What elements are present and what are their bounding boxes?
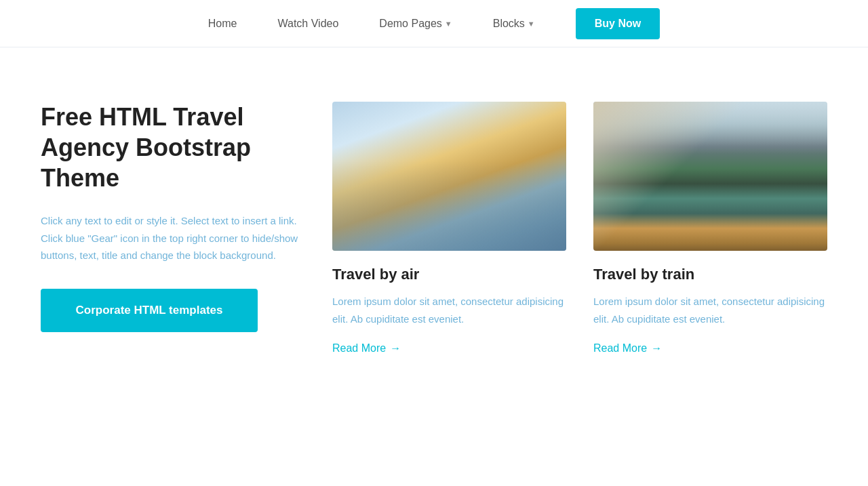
nav-demo-pages[interactable]: Demo Pages ▼: [379, 18, 452, 30]
card-air-read-more[interactable]: Read More →: [332, 342, 566, 355]
buy-now-button[interactable]: Buy Now: [576, 8, 660, 39]
arrow-icon: →: [390, 342, 401, 355]
content-grid: Free HTML Travel Agency Bootstrap Theme …: [41, 102, 827, 355]
nav-home[interactable]: Home: [208, 18, 237, 30]
card-air-title: Travel by air: [332, 266, 566, 283]
blocks-dropdown-icon: ▼: [528, 20, 535, 28]
main-content: Free HTML Travel Agency Bootstrap Theme …: [0, 47, 868, 486]
plane-illustration: [332, 102, 566, 251]
card-train-text: Lorem ipsum dolor sit amet, consectetur …: [593, 293, 827, 327]
card-air-image: [332, 102, 566, 251]
demo-pages-dropdown-icon: ▼: [445, 20, 452, 28]
card-air: Travel by air Lorem ipsum dolor sit amet…: [332, 102, 566, 355]
card-train-title: Travel by train: [593, 266, 827, 283]
card-train-read-more[interactable]: Read More →: [593, 342, 827, 355]
card-train-image: [593, 102, 827, 251]
left-column: Free HTML Travel Agency Bootstrap Theme …: [41, 102, 305, 355]
arrow-icon: →: [651, 342, 662, 355]
page-title: Free HTML Travel Agency Bootstrap Theme: [41, 102, 305, 193]
card-air-text: Lorem ipsum dolor sit amet, consectetur …: [332, 293, 566, 327]
navbar: Home Watch Video Demo Pages ▼ Blocks ▼ B…: [0, 0, 868, 47]
nav-watch-video[interactable]: Watch Video: [278, 18, 339, 30]
nav-blocks[interactable]: Blocks ▼: [493, 18, 535, 30]
cta-button[interactable]: Corporate HTML templates: [41, 289, 258, 332]
hero-subtitle: Click any text to edit or style it. Sele…: [41, 212, 305, 264]
mountain-illustration: [593, 102, 827, 251]
card-train: Travel by train Lorem ipsum dolor sit am…: [593, 102, 827, 355]
